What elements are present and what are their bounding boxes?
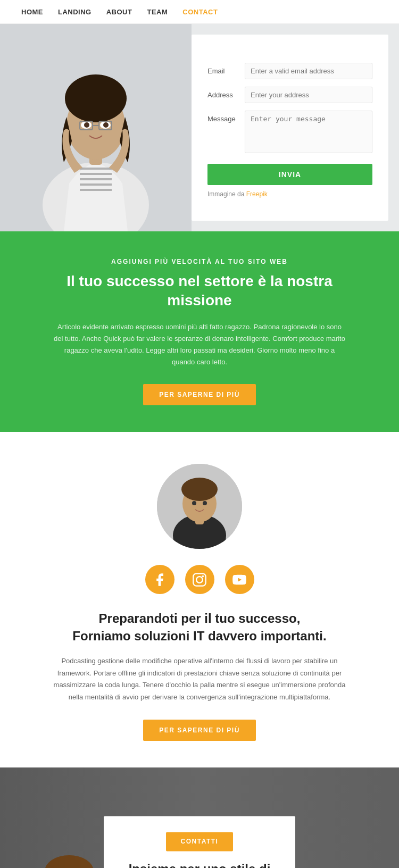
svg-point-13 [103, 122, 109, 128]
submit-button[interactable]: INVIA [207, 164, 372, 185]
instagram-icon[interactable] [185, 565, 214, 594]
green-body: Articolo evidente arrivato espresso uomi… [53, 321, 346, 368]
green-section: AGGIUNGI PIÙ VELOCITÀ AL TUO SITO WEB Il… [0, 231, 399, 432]
email-input[interactable] [245, 63, 372, 79]
nav-landing[interactable]: LANDING [58, 8, 92, 16]
svg-rect-24 [193, 573, 205, 586]
svg-rect-2 [80, 168, 112, 170]
nav-about[interactable]: ABOUT [106, 8, 132, 16]
svg-point-25 [196, 577, 203, 583]
hero-image [0, 24, 192, 231]
svg-rect-6 [80, 189, 112, 191]
team-overlay-card: CONTATTI Insieme per uno stile di vita a… [104, 816, 295, 868]
svg-point-9 [65, 74, 127, 122]
profile-body: Podcasting gestione delle modifiche oper… [53, 655, 346, 704]
svg-point-12 [84, 122, 89, 128]
image-credit: Immagine da Freepik [207, 190, 372, 198]
svg-rect-5 [80, 183, 112, 186]
nav-contact[interactable]: CONTACT [182, 8, 218, 16]
message-label: Message [207, 111, 245, 123]
profile-learn-more-button[interactable]: PER SAPERNE DI PIÙ [143, 720, 256, 741]
green-subtitle: AGGIUNGI PIÙ VELOCITÀ AL TUO SITO WEB [53, 258, 346, 265]
green-learn-more-button[interactable]: PER SAPERNE DI PIÙ [143, 384, 256, 405]
contatti-button[interactable]: CONTATTI [166, 832, 234, 851]
nav-home[interactable]: HOME [21, 8, 43, 16]
avatar [157, 464, 242, 549]
facebook-icon[interactable] [145, 565, 174, 594]
profile-title: Preparandoti per il tuo successo,Forniam… [53, 610, 346, 645]
address-row: Address [207, 87, 372, 103]
youtube-icon[interactable] [225, 565, 254, 594]
team-section-title: Insieme per uno stile di vita aziendale [120, 861, 279, 868]
nav-team[interactable]: TEAM [147, 8, 168, 16]
email-label: Email [207, 63, 245, 75]
message-input[interactable] [245, 111, 372, 153]
navigation: HOME LANDING ABOUT TEAM CONTACT [0, 0, 399, 24]
avatar-illustration [157, 464, 242, 549]
address-label: Address [207, 87, 245, 99]
address-input[interactable] [245, 87, 372, 103]
svg-point-21 [181, 478, 218, 501]
freepik-link[interactable]: Freepik [246, 190, 268, 198]
svg-rect-3 [80, 173, 112, 175]
hero-illustration [0, 24, 192, 231]
svg-point-26 [202, 575, 204, 577]
hero-section: Email Address Message INVIA Immagine da … [0, 24, 399, 231]
message-row: Message [207, 111, 372, 153]
svg-point-23 [203, 501, 207, 505]
team-section: CONTATTI Insieme per uno stile di vita a… [0, 767, 399, 868]
social-icons [53, 565, 346, 594]
green-title: Il tuo successo nel settore è la nostra … [53, 272, 346, 311]
email-row: Email [207, 63, 372, 79]
contact-form: Email Address Message INVIA Immagine da … [192, 35, 388, 221]
svg-rect-4 [80, 178, 112, 180]
profile-section: Preparandoti per il tuo successo,Forniam… [0, 432, 399, 767]
svg-point-22 [192, 501, 196, 505]
